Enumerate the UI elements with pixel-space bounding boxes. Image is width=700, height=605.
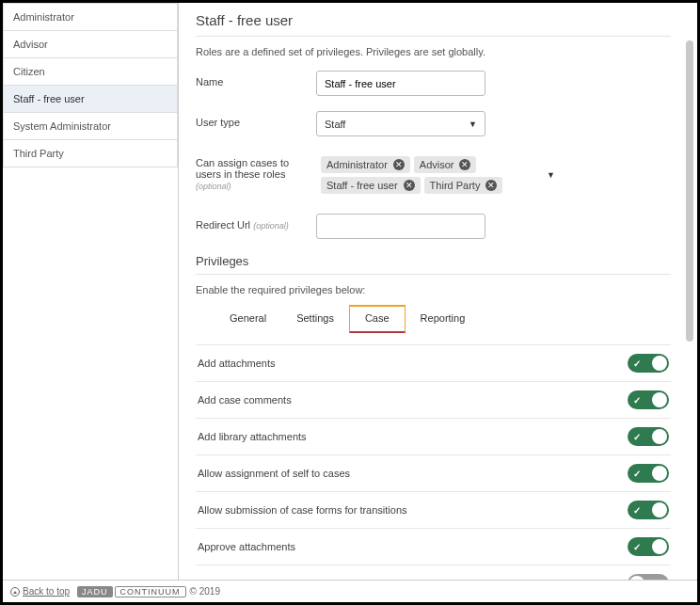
privilege-toggle[interactable]: ✓: [628, 354, 669, 373]
privilege-row: Add attachments✓: [196, 344, 671, 381]
role-tag: Administrator✕: [321, 156, 410, 173]
privilege-toggle[interactable]: ✓: [628, 390, 669, 409]
redirect-label: Redirect Url (optional): [196, 214, 316, 231]
check-icon: ✓: [633, 469, 641, 479]
check-icon: ✓: [633, 432, 641, 442]
name-input[interactable]: [316, 71, 485, 96]
up-arrow-icon: [10, 587, 20, 597]
privilege-tabs: GeneralSettingsCaseReporting: [215, 305, 671, 333]
check-icon: ✓: [633, 358, 641, 369]
privilege-label: Add attachments: [198, 358, 276, 369]
footer: Back to top JADU CONTINUUM © 2019: [3, 580, 697, 602]
privileges-description: Enable the required privileges below:: [196, 284, 671, 295]
privilege-label: Allow submission of case forms for trans…: [198, 504, 407, 516]
check-icon: ✓: [633, 505, 641, 516]
privilege-toggle[interactable]: ✓: [628, 464, 669, 483]
tab-general[interactable]: General: [215, 305, 281, 333]
brand-logo-jadu: JADU: [77, 586, 113, 597]
assign-label: Can assign cases to users in these roles…: [196, 151, 316, 191]
sidebar-item-advisor[interactable]: Advisor: [3, 30, 178, 58]
privileges-title: Privileges: [196, 254, 671, 275]
role-tag: Advisor✕: [414, 156, 477, 173]
sidebar: AdministratorAdvisorCitizenStaff - free …: [3, 3, 178, 580]
privilege-row: Add case comments✓: [196, 381, 671, 418]
redirect-input[interactable]: [316, 214, 485, 239]
privilege-toggle[interactable]: ✓: [628, 537, 669, 556]
sidebar-item-system-administrator[interactable]: System Administrator: [3, 112, 178, 140]
scrollbar[interactable]: [686, 40, 693, 342]
chevron-down-icon: ▼: [469, 119, 477, 129]
remove-tag-icon[interactable]: ✕: [485, 180, 497, 191]
brand-logo-continuum: CONTINUUM: [115, 586, 186, 597]
tab-case[interactable]: Case: [349, 305, 406, 333]
sidebar-item-third-party[interactable]: Third Party: [3, 139, 178, 167]
user-type-select[interactable]: Staff ▼: [316, 111, 485, 136]
role-tag: Third Party✕: [424, 177, 503, 194]
privilege-label: Add library attachments: [198, 431, 307, 442]
privilege-row: Add library attachments✓: [196, 418, 671, 454]
tab-settings[interactable]: Settings: [281, 305, 349, 333]
privilege-row: Approve attachments✓: [196, 528, 671, 565]
privilege-toggle[interactable]: ✓: [628, 501, 669, 519]
user-type-value: Staff: [325, 119, 345, 130]
sidebar-item-citizen[interactable]: Citizen: [3, 57, 178, 86]
name-label: Name: [196, 71, 316, 88]
tab-reporting[interactable]: Reporting: [406, 305, 481, 333]
remove-tag-icon[interactable]: ✕: [404, 180, 415, 191]
privilege-label: Add case comments: [198, 394, 292, 406]
check-icon: ✓: [633, 395, 641, 406]
user-type-label: User type: [196, 111, 316, 128]
page-title: Staff - free user: [196, 12, 671, 37]
sidebar-item-administrator[interactable]: Administrator: [3, 3, 178, 31]
main-panel: Staff - free user Roles are a defined se…: [178, 3, 697, 580]
check-icon: ✓: [633, 542, 641, 552]
privilege-toggle[interactable]: ✓: [628, 427, 669, 446]
privilege-row: Allow submission of case forms for trans…: [196, 491, 671, 528]
page-description: Roles are a defined set of privileges. P…: [196, 46, 671, 57]
privilege-row: Assign all users within type: [196, 565, 671, 580]
privilege-label: Allow assignment of self to cases: [198, 468, 350, 479]
chevron-down-icon: ▼: [547, 170, 555, 180]
privilege-label: Approve attachments: [198, 541, 295, 552]
remove-tag-icon[interactable]: ✕: [393, 159, 405, 170]
remove-tag-icon[interactable]: ✕: [459, 159, 470, 170]
assign-roles-multiselect[interactable]: Administrator✕Advisor✕Staff - free user✕…: [316, 151, 561, 199]
copyright: © 2019: [190, 586, 220, 597]
back-to-top-link[interactable]: Back to top: [10, 586, 70, 597]
sidebar-item-staff-free-user[interactable]: Staff - free user: [3, 85, 178, 113]
role-tag: Staff - free user✕: [321, 177, 421, 194]
privilege-row: Allow assignment of self to cases✓: [196, 454, 671, 491]
